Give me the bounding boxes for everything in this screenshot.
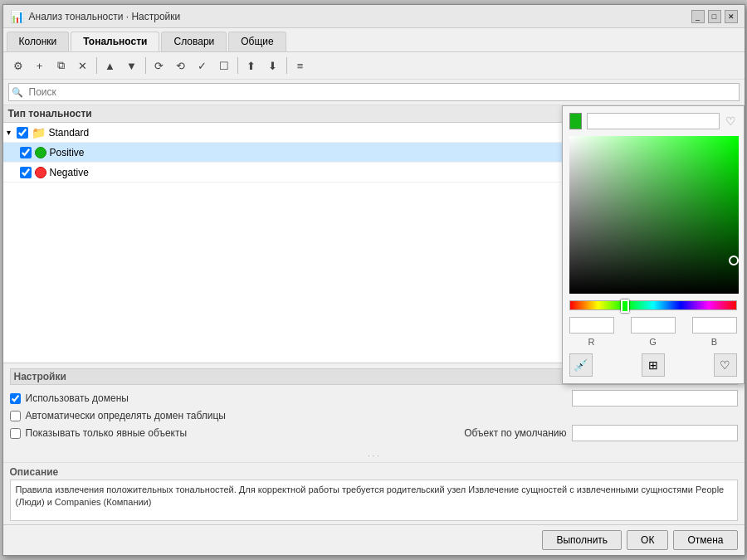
ok-button[interactable]: ОК [627, 530, 668, 550]
r-input[interactable]: 20 [569, 317, 614, 334]
positive-icon [35, 147, 46, 158]
add-button[interactable]: + [30, 56, 50, 75]
favorite-button[interactable]: ♡ [725, 113, 737, 129]
app-icon: 📊 [10, 10, 24, 23]
minimize-button[interactable]: _ [691, 10, 705, 23]
negative-icon [35, 167, 46, 178]
bottom-buttons: Выполнить ОК Отмена [3, 524, 745, 555]
sep2 [145, 57, 146, 74]
folder-icon: 📁 [32, 126, 46, 139]
rgb-labels-row: R G B [569, 337, 737, 347]
positive-checkbox[interactable] [20, 147, 32, 158]
down-button[interactable]: ▼ [122, 56, 142, 75]
close-button[interactable]: ✕ [725, 10, 738, 23]
use-domains-label: Использовать домены [26, 392, 572, 404]
refresh-button[interactable]: ⟳ [149, 56, 169, 75]
main-window: 📊 Анализ тональности · Настройки _ □ ✕ К… [2, 4, 745, 556]
copy-button[interactable]: ⧉ [51, 56, 71, 75]
show-explicit-row: Показывать только явные объекты Объект п… [10, 425, 738, 441]
window-title: Анализ тональности · Настройки [29, 11, 181, 22]
hue-row [569, 300, 737, 310]
search-row: 🔍 [3, 80, 745, 105]
hex-row: #14b414 ♡ [569, 113, 737, 129]
expand-icon[interactable]: ▾ [7, 128, 17, 137]
tab-slovari[interactable]: Словари [161, 32, 227, 51]
hue-indicator [621, 299, 629, 313]
b-label: B [692, 337, 737, 347]
standard-checkbox[interactable] [17, 127, 28, 139]
default-object-label: Объект по умолчанию [296, 427, 572, 439]
show-explicit-checkbox[interactable] [10, 428, 21, 439]
description-label: Описание [10, 466, 738, 478]
gradient-overlay [569, 136, 739, 294]
hex-input[interactable]: #14b414 [587, 113, 720, 129]
divider: · · · [3, 450, 745, 462]
eyedropper-button[interactable]: 💉 [569, 353, 593, 377]
heart-button[interactable]: ♡ [714, 353, 737, 377]
settings-button[interactable]: ⚙ [8, 56, 28, 75]
check-button[interactable]: ✓ [193, 56, 212, 75]
domains-value-input[interactable]: General [572, 390, 738, 407]
uncheck-button[interactable]: ☐ [214, 56, 234, 75]
color-preview [569, 113, 582, 129]
tab-obschie[interactable]: Общие [228, 32, 286, 51]
use-domains-row: Использовать домены General [10, 390, 738, 407]
main-area: Тип тональности Цвет ▾ 📁 Standard [3, 105, 745, 524]
cancel-button[interactable]: Отмена [673, 530, 737, 550]
sep3 [237, 57, 238, 74]
titlebar: 📊 Анализ тональности · Настройки _ □ ✕ [3, 5, 745, 28]
g-label: G [631, 337, 676, 347]
tabs-row: Колонки Тональности Словари Общие [3, 28, 745, 52]
use-domains-checkbox[interactable] [10, 393, 21, 404]
r-label: R [569, 337, 614, 347]
toolbar: ⚙ + ⧉ ✕ ▲ ▼ ⟳ ⟲ ✓ ☐ ⬆ ⬇ ≡ [3, 52, 745, 80]
restore-button[interactable]: □ [708, 10, 721, 23]
color-gradient[interactable] [569, 136, 739, 294]
download-button[interactable]: ⬇ [263, 56, 283, 75]
sep1 [96, 57, 97, 74]
delete-button[interactable]: ✕ [73, 56, 93, 75]
execute-button[interactable]: Выполнить [542, 530, 622, 550]
color-picker-popup: #14b414 ♡ 20 180 20 R [562, 105, 745, 384]
cp-tools-row: 💉 ⊞ ♡ [569, 353, 737, 377]
description-text: Правила извлечения положительных тональн… [10, 480, 738, 521]
b-input[interactable]: 20 [692, 317, 737, 334]
search-input[interactable] [8, 83, 740, 101]
rgb-inputs-row: 20 180 20 [569, 317, 737, 334]
auto-detect-label: Автоматически определять домен таблицы [26, 410, 738, 421]
menu-button[interactable]: ≡ [290, 56, 310, 75]
show-explicit-label: Показывать только явные объекты [26, 427, 296, 439]
g-input[interactable]: 180 [631, 317, 676, 334]
default-object-input[interactable]: <general evaluation> [572, 425, 738, 441]
titlebar-controls: _ □ ✕ [691, 10, 738, 23]
grid-button[interactable]: ⊞ [642, 353, 665, 377]
description-section: Описание Правила извлечения положительны… [3, 462, 745, 524]
up-button[interactable]: ▲ [100, 56, 120, 75]
refresh2-button[interactable]: ⟲ [171, 56, 191, 75]
tab-tonalnosti[interactable]: Тональности [71, 32, 159, 51]
auto-detect-row: Автоматически определять домен таблицы [10, 410, 738, 421]
upload-button[interactable]: ⬆ [242, 56, 261, 75]
auto-detect-checkbox[interactable] [10, 411, 21, 421]
sep4 [286, 57, 287, 74]
negative-checkbox[interactable] [20, 167, 32, 178]
titlebar-left: 📊 Анализ тональности · Настройки [10, 10, 181, 23]
hue-bar[interactable] [569, 300, 737, 310]
tab-kolonki[interactable]: Колонки [7, 32, 70, 51]
